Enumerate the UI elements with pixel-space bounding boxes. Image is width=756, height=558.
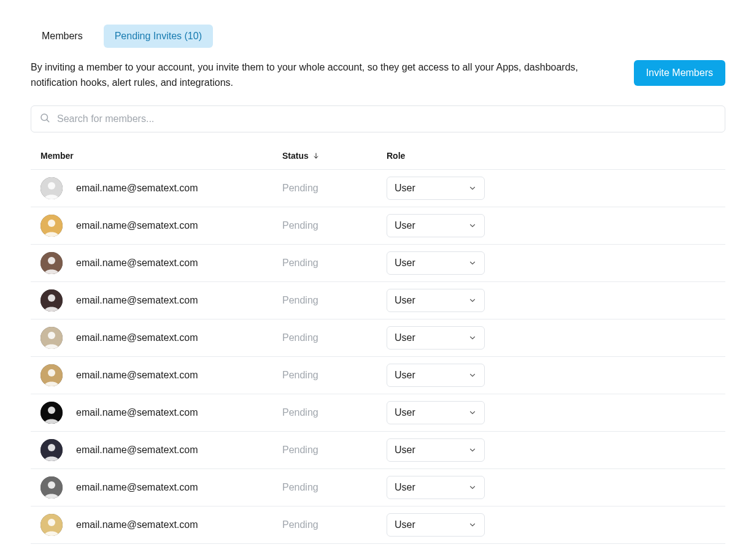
role-select-value: User bbox=[395, 295, 415, 306]
tab-pending-invites[interactable]: Pending Invites (10) bbox=[104, 25, 213, 48]
member-status: Pending bbox=[282, 370, 387, 381]
members-table: Member Status Role email.name@sematext.c… bbox=[31, 151, 725, 544]
member-status: Pending bbox=[282, 519, 387, 530]
chevron-down-icon bbox=[468, 483, 477, 492]
member-email: email.name@sematext.com bbox=[76, 370, 282, 381]
invite-members-button[interactable]: Invite Members bbox=[634, 60, 725, 86]
avatar bbox=[40, 252, 63, 274]
tabs: Members Pending Invites (10) bbox=[31, 25, 725, 48]
role-select[interactable]: User bbox=[387, 476, 485, 499]
chevron-down-icon bbox=[468, 371, 477, 380]
chevron-down-icon bbox=[468, 408, 477, 417]
chevron-down-icon bbox=[468, 259, 477, 267]
svg-point-6 bbox=[48, 220, 55, 227]
role-select-value: User bbox=[395, 183, 415, 194]
column-header-status-label: Status bbox=[282, 151, 309, 161]
member-email: email.name@sematext.com bbox=[76, 482, 282, 493]
svg-point-20 bbox=[48, 481, 55, 489]
role-select[interactable]: User bbox=[387, 438, 485, 462]
role-select[interactable]: User bbox=[387, 513, 485, 537]
member-email: email.name@sematext.com bbox=[76, 258, 282, 269]
table-row: email.name@sematext.com Pending User bbox=[31, 506, 725, 544]
avatar bbox=[40, 402, 63, 424]
role-select-value: User bbox=[395, 220, 415, 231]
role-select-value: User bbox=[395, 258, 415, 269]
svg-point-8 bbox=[48, 257, 55, 264]
avatar bbox=[40, 177, 63, 199]
role-select-value: User bbox=[395, 445, 415, 456]
svg-point-18 bbox=[48, 444, 55, 451]
header-row: By inviting a member to your account, yo… bbox=[31, 60, 725, 91]
member-email: email.name@sematext.com bbox=[76, 332, 282, 343]
svg-point-4 bbox=[48, 182, 55, 189]
column-header-status[interactable]: Status bbox=[282, 151, 387, 161]
table-row: email.name@sematext.com Pending User bbox=[31, 319, 725, 357]
chevron-down-icon bbox=[468, 296, 477, 305]
svg-point-22 bbox=[48, 519, 55, 526]
sort-desc-icon bbox=[312, 152, 320, 159]
description-text: By inviting a member to your account, yo… bbox=[31, 60, 583, 91]
member-status: Pending bbox=[282, 332, 387, 343]
column-header-member[interactable]: Member bbox=[40, 151, 282, 161]
role-select[interactable]: User bbox=[387, 364, 485, 387]
member-status: Pending bbox=[282, 482, 387, 493]
chevron-down-icon bbox=[468, 334, 477, 342]
table-header: Member Status Role bbox=[31, 151, 725, 170]
member-email: email.name@sematext.com bbox=[76, 519, 282, 530]
chevron-down-icon bbox=[468, 221, 477, 230]
avatar bbox=[40, 215, 63, 237]
member-status: Pending bbox=[282, 407, 387, 418]
table-row: email.name@sematext.com Pending User bbox=[31, 282, 725, 319]
table-row: email.name@sematext.com Pending User bbox=[31, 207, 725, 245]
table-row: email.name@sematext.com Pending User bbox=[31, 432, 725, 469]
table-row: email.name@sematext.com Pending User bbox=[31, 170, 725, 207]
search-input[interactable] bbox=[31, 105, 725, 132]
avatar bbox=[40, 476, 63, 499]
member-status: Pending bbox=[282, 183, 387, 194]
member-email: email.name@sematext.com bbox=[76, 183, 282, 194]
svg-point-10 bbox=[48, 294, 55, 302]
column-header-role[interactable]: Role bbox=[387, 151, 509, 161]
member-email: email.name@sematext.com bbox=[76, 445, 282, 456]
svg-point-14 bbox=[48, 369, 55, 376]
avatar bbox=[40, 439, 63, 461]
table-row: email.name@sematext.com Pending User bbox=[31, 469, 725, 506]
role-select-value: User bbox=[395, 482, 415, 493]
role-select-value: User bbox=[395, 370, 415, 381]
role-select[interactable]: User bbox=[387, 326, 485, 350]
chevron-down-icon bbox=[468, 184, 477, 193]
member-email: email.name@sematext.com bbox=[76, 295, 282, 306]
role-select[interactable]: User bbox=[387, 177, 485, 200]
member-email: email.name@sematext.com bbox=[76, 407, 282, 418]
role-select[interactable]: User bbox=[387, 289, 485, 312]
chevron-down-icon bbox=[468, 446, 477, 454]
chevron-down-icon bbox=[468, 521, 477, 529]
search-container bbox=[31, 105, 725, 132]
role-select[interactable]: User bbox=[387, 401, 485, 424]
avatar bbox=[40, 514, 63, 536]
tab-members[interactable]: Members bbox=[31, 25, 94, 48]
role-select[interactable]: User bbox=[387, 251, 485, 275]
table-row: email.name@sematext.com Pending User bbox=[31, 394, 725, 432]
member-status: Pending bbox=[282, 445, 387, 456]
avatar bbox=[40, 327, 63, 349]
table-row: email.name@sematext.com Pending User bbox=[31, 357, 725, 394]
table-row: email.name@sematext.com Pending User bbox=[31, 245, 725, 282]
member-status: Pending bbox=[282, 258, 387, 269]
svg-point-16 bbox=[48, 407, 55, 414]
role-select-value: User bbox=[395, 519, 415, 530]
member-email: email.name@sematext.com bbox=[76, 220, 282, 231]
role-select-value: User bbox=[395, 407, 415, 418]
member-status: Pending bbox=[282, 220, 387, 231]
avatar bbox=[40, 289, 63, 311]
role-select-value: User bbox=[395, 332, 415, 343]
member-status: Pending bbox=[282, 295, 387, 306]
role-select[interactable]: User bbox=[387, 214, 485, 237]
avatar bbox=[40, 364, 63, 386]
svg-point-12 bbox=[48, 332, 55, 339]
